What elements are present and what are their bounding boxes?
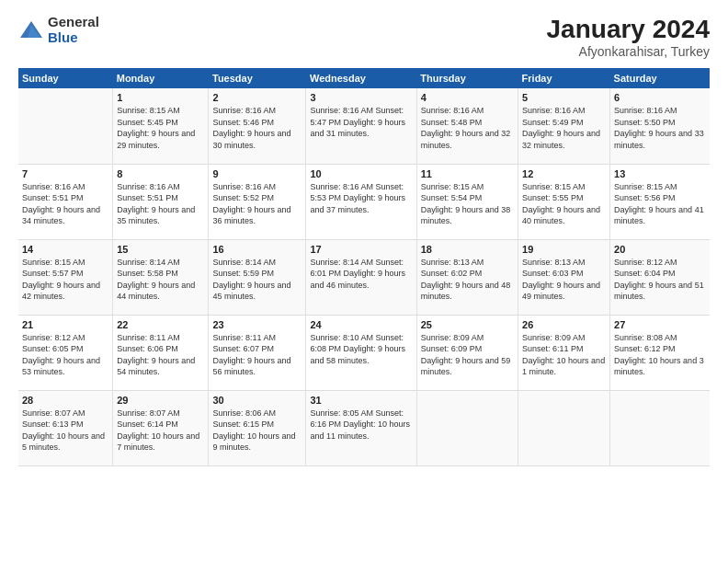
calendar-body: 1Sunrise: 8:15 AM Sunset: 5:45 PM Daylig… <box>18 88 710 465</box>
calendar-cell: 24Sunrise: 8:10 AM Sunset: 6:08 PM Dayli… <box>306 315 416 390</box>
col-friday: Friday <box>518 68 610 88</box>
day-number: 19 <box>522 244 606 255</box>
logo-text: General Blue <box>48 15 99 45</box>
day-number: 13 <box>614 168 706 179</box>
day-number: 3 <box>310 92 412 103</box>
col-wednesday: Wednesday <box>306 68 416 88</box>
day-info: Sunrise: 8:07 AM Sunset: 6:13 PM Dayligh… <box>22 408 108 454</box>
day-info: Sunrise: 8:07 AM Sunset: 6:14 PM Dayligh… <box>117 408 204 454</box>
day-number: 4 <box>421 92 514 103</box>
calendar-week-row: 28Sunrise: 8:07 AM Sunset: 6:13 PM Dayli… <box>18 390 710 465</box>
day-number: 22 <box>117 319 204 330</box>
day-number: 24 <box>310 319 412 330</box>
calendar-cell: 27Sunrise: 8:08 AM Sunset: 6:12 PM Dayli… <box>610 315 710 390</box>
day-info: Sunrise: 8:14 AM Sunset: 6:01 PM Dayligh… <box>310 257 412 292</box>
calendar-cell: 10Sunrise: 8:16 AM Sunset: 5:53 PM Dayli… <box>306 164 416 239</box>
calendar-cell: 30Sunrise: 8:06 AM Sunset: 6:15 PM Dayli… <box>209 390 306 465</box>
calendar-cell: 15Sunrise: 8:14 AM Sunset: 5:58 PM Dayli… <box>113 239 209 315</box>
calendar-cell: 19Sunrise: 8:13 AM Sunset: 6:03 PM Dayli… <box>518 239 610 315</box>
calendar-week-row: 21Sunrise: 8:12 AM Sunset: 6:05 PM Dayli… <box>18 315 710 390</box>
col-saturday: Saturday <box>610 68 710 88</box>
day-number: 30 <box>212 395 301 406</box>
day-number: 17 <box>310 244 412 255</box>
day-info: Sunrise: 8:14 AM Sunset: 5:59 PM Dayligh… <box>212 257 301 303</box>
day-number: 28 <box>22 395 108 406</box>
day-number: 26 <box>522 319 606 330</box>
day-info: Sunrise: 8:13 AM Sunset: 6:02 PM Dayligh… <box>421 257 514 303</box>
calendar-cell: 21Sunrise: 8:12 AM Sunset: 6:05 PM Dayli… <box>18 315 113 390</box>
calendar-cell: 28Sunrise: 8:07 AM Sunset: 6:13 PM Dayli… <box>18 390 113 465</box>
day-info: Sunrise: 8:15 AM Sunset: 5:55 PM Dayligh… <box>522 181 606 227</box>
day-number: 15 <box>117 244 204 255</box>
calendar-cell: 23Sunrise: 8:11 AM Sunset: 6:07 PM Dayli… <box>209 315 306 390</box>
day-info: Sunrise: 8:16 AM Sunset: 5:50 PM Dayligh… <box>614 105 706 151</box>
calendar-cell: 26Sunrise: 8:09 AM Sunset: 6:11 PM Dayli… <box>518 315 610 390</box>
logo: General Blue <box>18 15 99 45</box>
day-info: Sunrise: 8:13 AM Sunset: 6:03 PM Dayligh… <box>522 257 606 303</box>
day-info: Sunrise: 8:16 AM Sunset: 5:47 PM Dayligh… <box>310 105 412 140</box>
day-info: Sunrise: 8:14 AM Sunset: 5:58 PM Dayligh… <box>117 257 204 303</box>
calendar-cell: 31Sunrise: 8:05 AM Sunset: 6:16 PM Dayli… <box>306 390 416 465</box>
day-number: 2 <box>212 92 301 103</box>
day-info: Sunrise: 8:15 AM Sunset: 5:57 PM Dayligh… <box>22 257 108 303</box>
day-info: Sunrise: 8:16 AM Sunset: 5:51 PM Dayligh… <box>117 181 204 227</box>
logo-general: General <box>48 15 99 30</box>
day-number: 12 <box>522 168 606 179</box>
logo-blue: Blue <box>48 30 99 46</box>
day-number: 1 <box>117 92 204 103</box>
logo-icon <box>18 17 44 43</box>
day-number: 9 <box>212 168 301 179</box>
calendar-cell: 11Sunrise: 8:15 AM Sunset: 5:54 PM Dayli… <box>416 164 518 239</box>
calendar-cell: 18Sunrise: 8:13 AM Sunset: 6:02 PM Dayli… <box>416 239 518 315</box>
day-info: Sunrise: 8:16 AM Sunset: 5:49 PM Dayligh… <box>522 105 606 151</box>
day-info: Sunrise: 8:15 AM Sunset: 5:54 PM Dayligh… <box>421 181 514 227</box>
header: General Blue January 2024 Afyonkarahisar… <box>18 15 710 59</box>
day-number: 7 <box>22 168 108 179</box>
calendar-cell: 17Sunrise: 8:14 AM Sunset: 6:01 PM Dayli… <box>306 239 416 315</box>
day-info: Sunrise: 8:10 AM Sunset: 6:08 PM Dayligh… <box>310 332 412 367</box>
calendar-page: General Blue January 2024 Afyonkarahisar… <box>0 0 728 563</box>
day-number: 20 <box>614 244 706 255</box>
day-info: Sunrise: 8:16 AM Sunset: 5:51 PM Dayligh… <box>22 181 108 227</box>
calendar-cell: 29Sunrise: 8:07 AM Sunset: 6:14 PM Dayli… <box>113 390 209 465</box>
calendar-week-row: 14Sunrise: 8:15 AM Sunset: 5:57 PM Dayli… <box>18 239 710 315</box>
day-number: 23 <box>212 319 301 330</box>
calendar-cell <box>18 88 113 164</box>
day-number: 18 <box>421 244 514 255</box>
calendar-cell: 8Sunrise: 8:16 AM Sunset: 5:51 PM Daylig… <box>113 164 209 239</box>
calendar-week-row: 7Sunrise: 8:16 AM Sunset: 5:51 PM Daylig… <box>18 164 710 239</box>
day-info: Sunrise: 8:16 AM Sunset: 5:52 PM Dayligh… <box>212 181 301 227</box>
title-block: January 2024 Afyonkarahisar, Turkey <box>547 15 710 59</box>
day-number: 8 <box>117 168 204 179</box>
day-info: Sunrise: 8:16 AM Sunset: 5:48 PM Dayligh… <box>421 105 514 151</box>
calendar-cell: 13Sunrise: 8:15 AM Sunset: 5:56 PM Dayli… <box>610 164 710 239</box>
calendar-cell: 16Sunrise: 8:14 AM Sunset: 5:59 PM Dayli… <box>209 239 306 315</box>
day-number: 31 <box>310 395 412 406</box>
col-sunday: Sunday <box>18 68 113 88</box>
col-monday: Monday <box>113 68 209 88</box>
calendar-table: Sunday Monday Tuesday Wednesday Thursday… <box>18 68 710 466</box>
col-tuesday: Tuesday <box>209 68 306 88</box>
calendar-week-row: 1Sunrise: 8:15 AM Sunset: 5:45 PM Daylig… <box>18 88 710 164</box>
day-info: Sunrise: 8:11 AM Sunset: 6:06 PM Dayligh… <box>117 332 204 378</box>
day-number: 5 <box>522 92 606 103</box>
day-info: Sunrise: 8:09 AM Sunset: 6:11 PM Dayligh… <box>522 332 606 378</box>
day-info: Sunrise: 8:12 AM Sunset: 6:04 PM Dayligh… <box>614 257 706 303</box>
calendar-cell: 6Sunrise: 8:16 AM Sunset: 5:50 PM Daylig… <box>610 88 710 164</box>
day-info: Sunrise: 8:05 AM Sunset: 6:16 PM Dayligh… <box>310 408 412 442</box>
day-number: 29 <box>117 395 204 406</box>
calendar-cell: 12Sunrise: 8:15 AM Sunset: 5:55 PM Dayli… <box>518 164 610 239</box>
header-row: Sunday Monday Tuesday Wednesday Thursday… <box>18 68 710 88</box>
calendar-title: January 2024 <box>547 15 710 44</box>
day-number: 6 <box>614 92 706 103</box>
day-info: Sunrise: 8:16 AM Sunset: 5:53 PM Dayligh… <box>310 181 412 216</box>
day-info: Sunrise: 8:15 AM Sunset: 5:45 PM Dayligh… <box>117 105 204 151</box>
day-info: Sunrise: 8:16 AM Sunset: 5:46 PM Dayligh… <box>212 105 301 151</box>
calendar-cell: 9Sunrise: 8:16 AM Sunset: 5:52 PM Daylig… <box>209 164 306 239</box>
calendar-cell: 25Sunrise: 8:09 AM Sunset: 6:09 PM Dayli… <box>416 315 518 390</box>
day-number: 25 <box>421 319 514 330</box>
day-number: 10 <box>310 168 412 179</box>
day-info: Sunrise: 8:08 AM Sunset: 6:12 PM Dayligh… <box>614 332 706 378</box>
day-info: Sunrise: 8:06 AM Sunset: 6:15 PM Dayligh… <box>212 408 301 454</box>
col-thursday: Thursday <box>416 68 518 88</box>
